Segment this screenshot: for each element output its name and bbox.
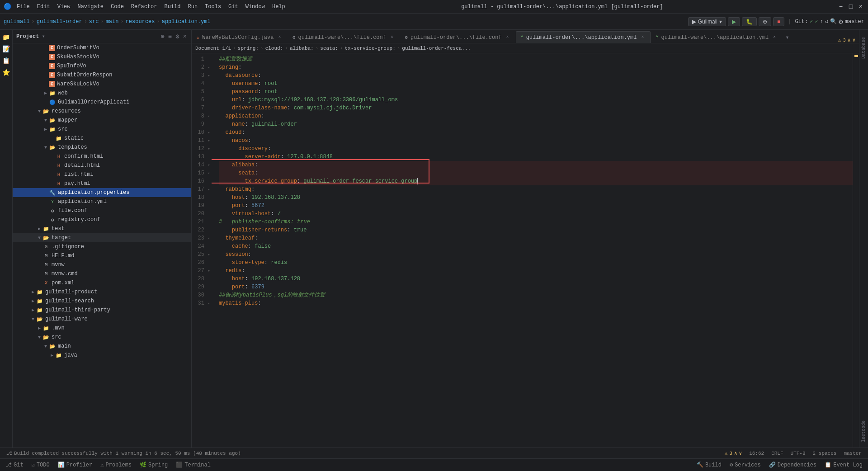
edit-menu[interactable]: Edit <box>35 4 52 10</box>
fold-marker[interactable]: ▾ <box>206 146 212 151</box>
fold-marker[interactable]: ▾ <box>206 187 212 192</box>
list-item[interactable]: C WareSkuLockVo <box>13 80 191 89</box>
editor-content[interactable]: 1 2▾ 3▾ 4 5 6 7 8▾ 9 10▾ 11▾ 12▾ 13 14▾ … <box>192 53 859 447</box>
branch-label[interactable]: master <box>845 19 864 25</box>
right-scrollbar[interactable] <box>853 53 859 447</box>
list-item[interactable]: ▼ 📂 src <box>13 333 191 342</box>
position-status[interactable]: 16:62 <box>746 451 767 456</box>
project-locate-icon[interactable]: ⊕ <box>160 32 165 41</box>
tab-close-button[interactable]: × <box>505 34 511 41</box>
stop-button[interactable]: ■ <box>773 17 784 26</box>
run-profile-button[interactable]: ▶ Gulimall ▾ <box>688 17 726 26</box>
nav-down-button[interactable]: ∨ <box>852 37 855 43</box>
fold-marker[interactable]: ▾ <box>206 138 212 143</box>
git-bottom-button[interactable]: ⎇ Git <box>2 461 27 469</box>
tab-waremybatisconfig[interactable]: ☕ WareMyBatisConfig.java × <box>192 31 288 43</box>
bc-tx-value[interactable]: gulimall-order-fesca... <box>402 46 471 51</box>
list-item[interactable]: ▶ 📁 gulimall-product <box>13 287 191 297</box>
list-item[interactable]: M mvnw <box>13 260 191 269</box>
run-menu[interactable]: Run <box>186 4 199 10</box>
crlf-status[interactable]: CRLF <box>769 451 786 456</box>
list-item[interactable]: ▶ 📁 java <box>13 351 191 360</box>
fold-marker[interactable]: ▾ <box>206 252 212 257</box>
list-item[interactable]: ⚙ file.conf <box>13 206 191 215</box>
git-undo-icon[interactable]: ↺ <box>825 18 828 25</box>
project-icon[interactable]: 📁 <box>1 32 12 42</box>
problems-button[interactable]: ⚠ Problems <box>97 461 135 469</box>
debug-button[interactable]: 🐛 <box>742 17 757 26</box>
project-collapse-icon[interactable]: ≡ <box>167 32 173 41</box>
list-item[interactable]: ▼ 📂 resources <box>13 107 191 116</box>
list-item[interactable]: C SubmitOrderRespon <box>13 71 191 80</box>
tabs-more-button[interactable]: ▾ <box>783 31 792 43</box>
database-tab[interactable]: Database <box>860 32 867 64</box>
tab-close-button[interactable]: × <box>771 34 778 41</box>
list-item[interactable]: H detail.html <box>13 161 191 170</box>
tab-close-button[interactable]: × <box>276 34 283 41</box>
list-item[interactable]: ▶ 📁 .mvn <box>13 324 191 333</box>
services-button[interactable]: ⚙ Services <box>726 461 764 469</box>
todo-button[interactable]: ☑ TODO <box>28 461 53 469</box>
fold-marker[interactable]: ▾ <box>206 65 212 70</box>
tab-gulimall-ware-application-yml[interactable]: Y gulimall-ware\...\application.yml × <box>651 31 783 43</box>
list-item[interactable]: C OrderSubmitVo <box>13 43 191 52</box>
dependencies-button[interactable]: 🔗 Dependencies <box>765 461 820 469</box>
leetcode-tab[interactable]: leetcode <box>860 415 867 447</box>
close-button[interactable]: × <box>857 3 864 10</box>
code-menu[interactable]: Code <box>109 4 126 10</box>
list-item[interactable]: 📁 static <box>13 134 191 143</box>
project-close-icon[interactable]: × <box>182 32 188 41</box>
code-editor[interactable]: ##配置数据源 spring: datasource: username: ro… <box>212 53 853 447</box>
bc-cloud[interactable]: cloud: <box>265 46 283 51</box>
terminal-button[interactable]: ⬛ Terminal <box>172 461 214 469</box>
structure-icon[interactable]: 📋 <box>1 55 12 66</box>
tab-gulimall-order-file-conf[interactable]: ⚙ gulimall-order\...\file.conf × <box>400 31 516 43</box>
view-menu[interactable]: View <box>56 4 72 10</box>
bc-gulimall[interactable]: gulimall <box>4 19 30 25</box>
branch-status[interactable]: master <box>841 451 864 456</box>
list-item[interactable]: ▼ 📂 main <box>13 342 191 351</box>
list-item[interactable]: ▼ 📂 gulimall-ware <box>13 315 191 324</box>
settings-icon[interactable]: ⚙ <box>839 17 843 26</box>
bc-gulimall-order[interactable]: gulimall-order <box>37 19 82 25</box>
nav-up-button[interactable]: ∧ <box>848 37 851 43</box>
git-push-icon[interactable]: ↑ <box>820 19 823 25</box>
bc-spring[interactable]: spring: <box>238 46 259 51</box>
list-item[interactable]: ▶ 📁 gulimall-third-party <box>13 306 191 315</box>
list-item[interactable]: G .gitignore <box>13 242 191 251</box>
run-button[interactable]: ▶ <box>728 17 740 26</box>
bc-tx-service-group[interactable]: tx-service-group: <box>345 46 396 51</box>
fold-marker[interactable]: ▾ <box>206 163 212 168</box>
list-item[interactable]: M HELP.md <box>13 251 191 260</box>
tab-close-button[interactable]: × <box>389 34 395 41</box>
fold-marker[interactable]: ▾ <box>206 130 212 135</box>
bc-application-yml[interactable]: application.yml <box>162 19 211 25</box>
list-item[interactable]: ▶ 📁 src <box>13 125 191 134</box>
build-menu[interactable]: Build <box>162 4 182 10</box>
maximize-button[interactable]: □ <box>847 3 854 10</box>
list-item[interactable]: ▼ 📂 mapper <box>13 116 191 125</box>
commit-icon[interactable]: 📝 <box>1 43 12 54</box>
bc-src[interactable]: src <box>89 19 99 25</box>
tools-menu[interactable]: Tools <box>203 4 223 10</box>
project-dropdown-icon[interactable]: ▾ <box>42 33 45 40</box>
application-properties-item[interactable]: 🔧 application.properties <box>13 188 191 197</box>
favorites-icon[interactable]: ⭐ <box>1 67 12 78</box>
charset-status[interactable]: UTF-8 <box>788 451 808 456</box>
list-item[interactable]: ▶ 📁 gulimall-search <box>13 297 191 306</box>
fold-marker[interactable]: ▾ <box>206 268 212 273</box>
fold-marker[interactable]: ▾ <box>206 236 212 241</box>
list-item[interactable]: C SkuHasStockVo <box>13 52 191 61</box>
git-menu[interactable]: Git <box>226 4 240 10</box>
list-item[interactable]: H list.html <box>13 170 191 179</box>
window-menu[interactable]: Window <box>244 4 267 10</box>
file-menu[interactable]: File <box>15 4 32 10</box>
list-item[interactable]: ▼ 📂 templates <box>13 143 191 152</box>
bc-doc[interactable]: Document 1/1 <box>195 46 231 51</box>
navigate-menu[interactable]: Navigate <box>75 4 105 10</box>
fold-marker[interactable]: ▾ <box>206 171 212 176</box>
warning-up-icon[interactable]: ∧ <box>734 450 737 456</box>
warning-status[interactable]: ⚠ 3 ∧ ∨ <box>722 450 745 456</box>
fold-marker[interactable]: ▾ <box>206 73 212 78</box>
list-item[interactable]: H pay.html <box>13 179 191 188</box>
